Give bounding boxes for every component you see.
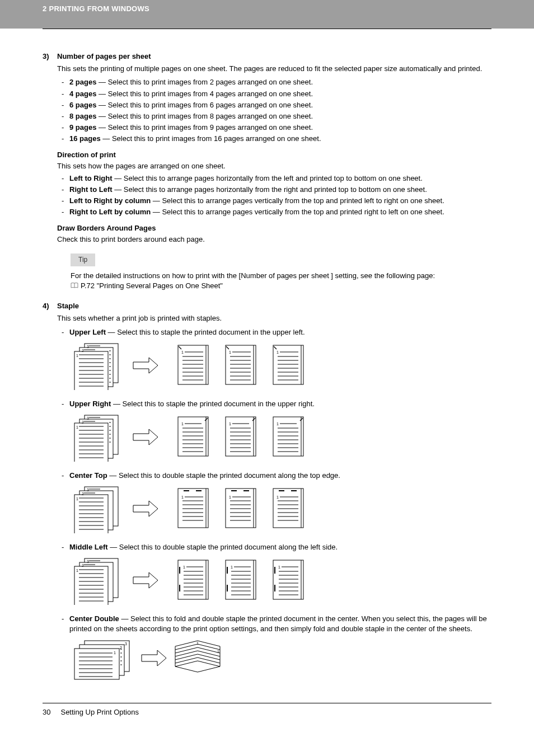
opt-rtl: Right to Left — Select this to arrange p…	[57, 185, 491, 195]
svg-text:1: 1	[277, 422, 279, 426]
svg-text:1: 1	[196, 641, 199, 645]
svg-text:2: 2	[82, 564, 84, 567]
opt-16pages: 16 pages — Select this to print images f…	[57, 134, 491, 144]
opt-center-double: Center Double — Select this to fold and …	[57, 614, 491, 634]
svg-text:1: 1	[114, 651, 116, 655]
diagram-center-top: 321 1 1	[72, 484, 491, 533]
page-content: 3) Number of pages per sheet This sets t…	[0, 29, 534, 703]
svg-text:2: 2	[82, 492, 84, 496]
chapter-title: 2 PRINTING FROM WINDOWS	[43, 4, 149, 13]
svg-text:1: 1	[229, 422, 231, 426]
svg-text:1: 1	[183, 565, 185, 569]
svg-text:1: 1	[76, 425, 78, 429]
book-icon	[71, 283, 78, 288]
opt-center-top: Center Top — Select this to double stapl…	[57, 471, 491, 481]
svg-text:3: 3	[87, 416, 89, 420]
opt-ltr: Left to Right — Select this to arrange p…	[57, 173, 491, 184]
footer-title: Setting Up Print Options	[60, 708, 138, 716]
diagram-center-double: 321 1 1	[72, 638, 491, 683]
svg-text:1: 1	[217, 650, 219, 654]
svg-text:1: 1	[76, 354, 78, 358]
opt-ltr-col: Left to Right by column — Select this to…	[57, 196, 491, 206]
tip-label: Tip	[71, 253, 95, 266]
page-footer: 30 Setting Up Print Options	[0, 703, 534, 730]
sec3-desc: This sets the printing of multiple pages…	[57, 64, 491, 74]
borders-title: Draw Borders Around Pages	[57, 223, 491, 233]
page-number: 30	[43, 708, 50, 716]
diagram-middle-left: 321 1 1	[72, 556, 491, 605]
svg-text:1: 1	[181, 350, 184, 354]
staple-upper-right: Upper Right — Select this to staple the …	[57, 399, 491, 409]
svg-text:1: 1	[277, 350, 279, 354]
svg-text:3: 3	[87, 560, 89, 564]
direction-title: Direction of print	[57, 150, 491, 160]
svg-rect-162	[273, 489, 303, 528]
svg-text:1: 1	[181, 495, 184, 499]
svg-text:3: 3	[125, 642, 127, 646]
svg-text:1: 1	[76, 497, 78, 501]
svg-text:2: 2	[82, 420, 84, 424]
chapter-header: 2 PRINTING FROM WINDOWS	[0, 0, 534, 29]
opt-rtl-col: Right to Left by column — Select this to…	[57, 207, 491, 217]
tip-line2: P.72 "Printing Several Pages on One Shee…	[81, 281, 223, 290]
sec3-options: 2 pages — Select this to print images fr…	[57, 77, 491, 144]
svg-text:1: 1	[181, 422, 184, 426]
opt-9pages: 9 pages — Select this to print images fr…	[57, 123, 491, 133]
staple-center-double: Center Double — Select this to fold and …	[57, 614, 491, 634]
opt-upper-left: Upper Left — Select this to staple the p…	[57, 327, 491, 337]
sec3-title: Number of pages per sheet	[57, 51, 151, 62]
diagram-upper-left: 3 2 1 1 1	[72, 341, 491, 390]
direction-desc: This sets how the pages are arranged on …	[57, 161, 491, 171]
sec4-number: 4)	[43, 301, 53, 311]
opt-8pages: 8 pages — Select this to print images fr…	[57, 111, 491, 121]
borders-desc: Check this to print borders around each …	[57, 234, 491, 245]
section-staple: 4) Staple This sets whether a print job …	[43, 301, 491, 683]
svg-text:3: 3	[87, 345, 89, 349]
opt-middle-left: Middle Left — Select this to double stap…	[57, 542, 491, 552]
opt-6pages: 6 pages — Select this to print images fr…	[57, 100, 491, 110]
svg-text:3: 3	[87, 488, 89, 492]
svg-text:1: 1	[229, 350, 231, 354]
sec4-desc: This sets whether a print job is printed…	[57, 313, 491, 323]
opt-upper-right: Upper Right — Select this to staple the …	[57, 399, 491, 409]
svg-text:1: 1	[277, 495, 279, 499]
section-pages-per-sheet: 3) Number of pages per sheet This sets t…	[43, 51, 491, 291]
svg-text:1: 1	[278, 565, 280, 569]
svg-rect-150	[226, 489, 256, 528]
staple-center-top: Center Top — Select this to double stapl…	[57, 471, 491, 481]
staple-upper-left: Upper Left — Select this to staple the p…	[57, 327, 491, 337]
staple-middle-left: Middle Left — Select this to double stap…	[57, 542, 491, 552]
tip-text: For the detailed instructions on how to …	[71, 271, 491, 291]
svg-rect-138	[178, 489, 208, 528]
svg-text:1: 1	[76, 569, 78, 572]
direction-options: Left to Right — Select this to arrange p…	[57, 173, 491, 218]
opt-2pages: 2 pages — Select this to print images fr…	[57, 77, 491, 87]
diagram-upper-right: 321 1 1	[72, 412, 491, 462]
svg-text:1: 1	[231, 565, 233, 569]
tip-line1: For the detailed instructions on how to …	[71, 271, 435, 280]
svg-text:2: 2	[82, 349, 84, 353]
sec3-number: 3)	[43, 51, 53, 62]
svg-text:1: 1	[229, 495, 231, 499]
sec4-title: Staple	[57, 301, 79, 311]
opt-4pages: 4 pages — Select this to print images fr…	[57, 89, 491, 99]
